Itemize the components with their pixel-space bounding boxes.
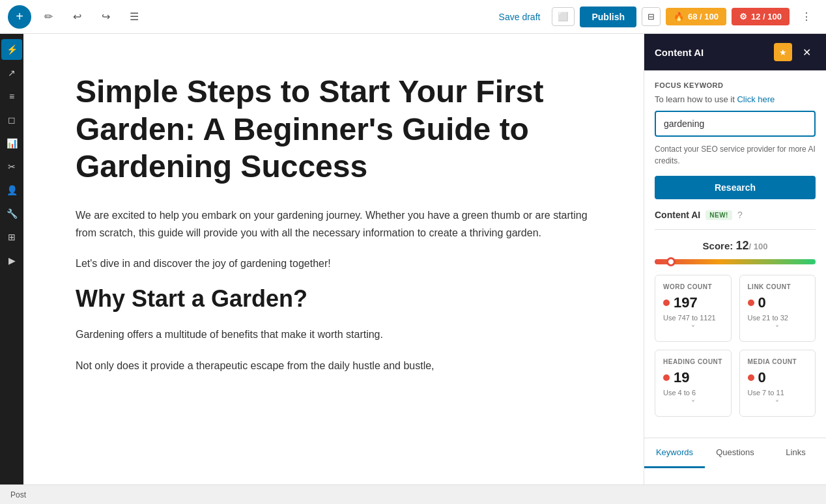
add-block-button[interactable]: + (8, 5, 31, 29)
left-sidebar: ⚡ ↗ ≡ ◻ 📊 ✂ 👤 🔧 ⊞ ▶ (0, 34, 23, 484)
stat-word-count: WORD COUNT 197 Use 747 to 1121 ˅ (655, 275, 732, 342)
media-count-hint: Use 7 to 11 (748, 389, 808, 397)
link-count-dot (748, 300, 754, 306)
content-ai-row: Content AI NEW! ? (655, 210, 816, 230)
link-count-chevron[interactable]: ˅ (748, 324, 808, 333)
heading-count-chevron[interactable]: ˅ (663, 399, 723, 408)
toolbar: + ✏ ↩ ↪ ☰ Save draft ⬜ Publish ⊟ 🔥 68 / … (0, 0, 826, 34)
main-layout: ⚡ ↗ ≡ ◻ 📊 ✂ 👤 🔧 ⊞ ▶ Simple Steps to Star… (0, 34, 826, 484)
score-section: Score: 12/ 100 (655, 239, 816, 264)
panel-header: Content AI ★ ✕ (644, 34, 826, 71)
status-bar: Post (0, 484, 826, 504)
view-button[interactable]: ⬜ (552, 7, 575, 26)
list-view-button[interactable]: ☰ (122, 5, 146, 29)
focus-keyword-hint: To learn how to use it Click here (655, 94, 816, 104)
media-count-value: 0 (758, 369, 766, 386)
status-label: Post (10, 490, 26, 499)
click-here-link[interactable]: Click here (737, 94, 775, 104)
save-draft-button[interactable]: Save draft (492, 8, 547, 26)
score-bar (655, 259, 816, 264)
content-ai-label: Content AI (655, 210, 700, 220)
tab-links[interactable]: Links (765, 438, 826, 468)
keyword-input[interactable] (655, 111, 816, 137)
link-count-value: 0 (758, 294, 766, 311)
sidebar-item-lightning[interactable]: ⚡ (1, 39, 22, 60)
paragraph-3[interactable]: Gardening offers a multitude of benefits… (76, 326, 591, 343)
post-title[interactable]: Simple Steps to Start Your First Garden:… (76, 73, 591, 186)
research-button[interactable]: Research (655, 176, 816, 199)
sidebar-item-list[interactable]: ≡ (1, 86, 22, 107)
ai-credits-note: Contact your SEO service provider for mo… (655, 143, 816, 167)
edit-tool-button[interactable]: ✏ (36, 5, 60, 29)
post-body: We are excited to help you embark on you… (76, 206, 591, 374)
stat-heading-count: HEADING COUNT 19 Use 4 to 6 ˅ (655, 350, 732, 417)
word-count-chevron[interactable]: ˅ (663, 324, 723, 333)
media-count-dot (748, 374, 754, 381)
score-indicator (666, 257, 676, 266)
media-count-label: MEDIA COUNT (748, 358, 808, 365)
stats-grid: WORD COUNT 197 Use 747 to 1121 ˅ LINK CO… (655, 275, 816, 417)
heading-count-hint: Use 4 to 6 (663, 389, 723, 397)
panel-title: Content AI (655, 47, 704, 58)
toolbar-right: Save draft ⬜ Publish ⊟ 🔥 68 / 100 ⚙ 12 /… (492, 5, 818, 29)
seo-score-button[interactable]: 🔥 68 / 100 (666, 8, 726, 25)
word-count-dot (663, 300, 670, 306)
sidebar-item-wrench[interactable]: 🔧 (1, 203, 22, 224)
heading-count-dot (663, 374, 670, 381)
layout-button[interactable]: ⊟ (642, 7, 661, 26)
sidebar-item-play[interactable]: ▶ (1, 250, 22, 271)
sidebar-item-user[interactable]: 👤 (1, 180, 22, 201)
sidebar-item-chart[interactable]: 📊 (1, 133, 22, 154)
redo-button[interactable]: ↪ (94, 5, 117, 29)
content-score-icon: ⚙ (739, 12, 747, 21)
sidebar-item-chat[interactable]: ◻ (1, 109, 22, 130)
link-count-label: LINK COUNT (748, 283, 808, 290)
link-count-hint: Use 21 to 32 (748, 314, 808, 322)
publish-button[interactable]: Publish (580, 7, 636, 27)
paragraph-2[interactable]: Let's dive in and discover the joy of ga… (76, 255, 591, 272)
panel-header-icons: ★ ✕ (774, 43, 816, 61)
new-badge: NEW! (705, 210, 732, 220)
panel-body: FOCUS KEYWORD To learn how to use it Cli… (644, 71, 826, 438)
close-button[interactable]: ✕ (797, 43, 816, 61)
stat-link-count: LINK COUNT 0 Use 21 to 32 ˅ (739, 275, 816, 342)
paragraph-1[interactable]: We are excited to help you embark on you… (76, 206, 591, 242)
content-score-value: 12 / 100 (751, 12, 782, 21)
star-button[interactable]: ★ (774, 43, 792, 61)
toolbar-left: + ✏ ↩ ↪ ☰ (8, 5, 487, 29)
score-label: Score: 12/ 100 (655, 239, 816, 253)
word-count-label: WORD COUNT (663, 283, 723, 290)
heading-count-value: 19 (674, 369, 689, 386)
seo-score-value: 68 / 100 (688, 12, 719, 21)
undo-button[interactable]: ↩ (65, 5, 89, 29)
focus-keyword-label: FOCUS KEYWORD (655, 81, 816, 89)
help-icon[interactable]: ? (737, 210, 743, 220)
paragraph-4[interactable]: Not only does it provide a therapeutic e… (76, 357, 591, 374)
heading-count-label: HEADING COUNT (663, 358, 723, 365)
stat-media-count: MEDIA COUNT 0 Use 7 to 11 ˅ (739, 350, 816, 417)
sidebar-item-tool[interactable]: ✂ (1, 156, 22, 177)
content-score-button[interactable]: ⚙ 12 / 100 (732, 8, 790, 25)
content-area: Simple Steps to Start Your First Garden:… (23, 34, 644, 484)
media-count-chevron[interactable]: ˅ (748, 399, 808, 408)
heading-why[interactable]: Why Start a Garden? (76, 285, 591, 313)
bottom-tabs: Keywords Questions Links (644, 438, 826, 468)
sidebar-item-cursor[interactable]: ↗ (1, 63, 22, 83)
word-count-hint: Use 747 to 1121 (663, 314, 723, 322)
seo-score-icon: 🔥 (674, 12, 684, 21)
tab-questions[interactable]: Questions (705, 438, 765, 468)
word-count-value: 197 (674, 294, 698, 311)
sidebar-item-grid[interactable]: ⊞ (1, 227, 22, 247)
more-options-button[interactable]: ⋮ (795, 5, 818, 29)
right-panel: Content AI ★ ✕ FOCUS KEYWORD To learn ho… (644, 34, 826, 484)
tab-keywords[interactable]: Keywords (644, 438, 705, 468)
